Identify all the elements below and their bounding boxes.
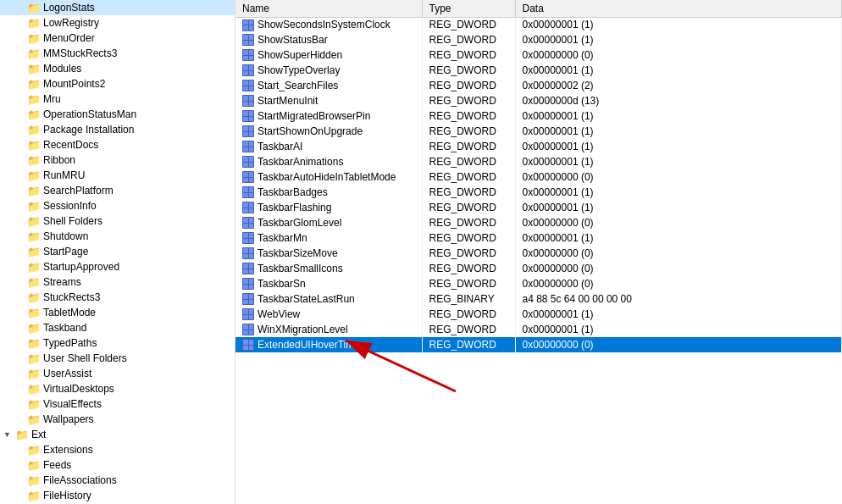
tree-item[interactable]: 📁Modules (0, 61, 235, 76)
tree-item-label: Streams (43, 276, 81, 288)
tree-item[interactable]: 📁Shell Folders (0, 213, 235, 229)
folder-icon: 📁 (27, 93, 41, 106)
registry-name: Start_SearchFiles (258, 80, 338, 91)
registry-value-icon (242, 217, 254, 229)
registry-type-cell: REG_DWORD (422, 139, 515, 154)
tree-item[interactable]: 📁Mru (0, 91, 235, 107)
registry-data-cell: 0x00000001 (1) (515, 17, 842, 32)
registry-data-cell: 0x00000001 (1) (515, 124, 842, 139)
tree-item[interactable]: 📁Taskband (0, 320, 235, 335)
registry-row[interactable]: ShowSecondsInSystemClockREG_DWORD0x00000… (235, 17, 842, 32)
registry-row[interactable]: WinXMigrationLevelREG_DWORD0x00000001 (1… (235, 322, 842, 337)
registry-row[interactable]: TaskbarSmallIconsREG_DWORD0x00000000 (0) (235, 261, 842, 276)
registry-row[interactable]: TaskbarBadgesREG_DWORD0x00000001 (1) (235, 185, 842, 200)
registry-row[interactable]: Start_SearchFilesREG_DWORD0x00000002 (2) (235, 78, 842, 93)
registry-row[interactable]: TaskbarSnREG_DWORD0x00000000 (0) (235, 276, 842, 291)
tree-item[interactable]: 📁LogonStats (0, 0, 235, 15)
tree-item[interactable]: 📁OperationStatusMan (0, 107, 235, 122)
registry-name-cell: ExtendedUIHoverTime (235, 337, 422, 352)
tree-item-label: Ribbon (43, 154, 75, 166)
tree-item[interactable]: 📁MountPoints2 (0, 76, 235, 91)
tree-item-label: Wallpapers (43, 413, 94, 425)
tree-item[interactable]: 📁StartPage (0, 244, 235, 259)
tree-item[interactable]: 📁Feeds (0, 457, 235, 473)
registry-value-icon (242, 232, 254, 244)
tree-item[interactable]: 📁Wallpapers (0, 412, 235, 427)
registry-value-icon (242, 171, 254, 183)
registry-row[interactable]: StartMenuInitREG_DWORD0x0000000d (13) (235, 93, 842, 108)
registry-row[interactable]: ShowStatusBarREG_DWORD0x00000001 (1) (235, 32, 842, 47)
tree-item[interactable]: 📁RunMRU (0, 168, 235, 183)
tree-item[interactable]: 📁Extensions (0, 442, 235, 457)
registry-name: TaskbarAI (258, 141, 302, 152)
tree-item[interactable]: 📁MenuOrder (0, 30, 235, 46)
registry-type-cell: REG_DWORD (422, 215, 515, 230)
registry-name-cell: TaskbarStateLastRun (235, 291, 422, 307)
tree-item[interactable]: 📁TypedPaths (0, 335, 235, 351)
folder-icon: 📁 (27, 337, 41, 350)
registry-type-cell: REG_DWORD (422, 246, 515, 261)
tree-item[interactable]: 📁SearchPlatform (0, 183, 235, 198)
registry-row[interactable]: TaskbarSizeMoveREG_DWORD0x00000000 (0) (235, 246, 842, 261)
tree-item[interactable]: 📁SessionInfo (0, 198, 235, 213)
registry-type-cell: REG_DWORD (422, 169, 515, 185)
tree-item[interactable]: 📁RecentDocs (0, 137, 235, 152)
registry-row[interactable]: WebViewREG_DWORD0x00000001 (1) (235, 307, 842, 322)
registry-name-cell: TaskbarAI (235, 139, 422, 154)
registry-value-icon (242, 141, 254, 152)
registry-row[interactable]: ExtendedUIHoverTimeREG_DWORD0x00000000 (… (235, 337, 842, 352)
registry-value-icon (242, 263, 254, 274)
tree-item[interactable]: 📁UserAssist (0, 366, 235, 381)
registry-data-cell: 0x00000002 (2) (515, 78, 842, 93)
tree-item[interactable]: 📁Streams (0, 274, 235, 290)
tree-item[interactable]: 📁User Shell Folders (0, 351, 235, 366)
folder-icon: 📁 (27, 108, 41, 121)
tree-item[interactable]: 📁LowRegistry (0, 15, 235, 30)
tree-item[interactable]: 📁StartupApproved (0, 259, 235, 274)
tree-item[interactable]: 📁FileAssociations (0, 473, 235, 488)
tree-scroll[interactable]: 📁LogonStats📁LowRegistry📁MenuOrder📁MMStuc… (0, 0, 235, 504)
registry-row[interactable]: ShowSuperHiddenREG_DWORD0x00000000 (0) (235, 47, 842, 63)
tree-item[interactable]: 📁Package Installation (0, 122, 235, 137)
registry-name-cell: StartMigratedBrowserPin (235, 108, 422, 124)
registry-row[interactable]: StartShownOnUpgradeREG_DWORD0x00000001 (… (235, 124, 842, 139)
tree-item[interactable]: 📁TabletMode (0, 305, 235, 320)
registry-row[interactable]: TaskbarAutoHideInTabletModeREG_DWORD0x00… (235, 169, 842, 185)
folder-icon: 📁 (27, 185, 41, 197)
registry-row[interactable]: TaskbarFlashingREG_DWORD0x00000001 (1) (235, 200, 842, 215)
registry-row[interactable]: ShowTypeOverlayREG_DWORD0x00000001 (1) (235, 63, 842, 78)
registry-scroll[interactable]: Name Type Data ShowSecondsInSystemClockR… (235, 0, 842, 504)
folder-icon: 📁 (27, 139, 41, 152)
tree-item[interactable]: 📁VirtualDesktops (0, 381, 235, 396)
registry-type-cell: REG_DWORD (422, 200, 515, 215)
tree-item[interactable]: 📁MMStuckRects3 (0, 46, 235, 61)
tree-item-label: Shell Folders (43, 215, 102, 227)
tree-item[interactable]: 📁Ribbon (0, 152, 235, 168)
tree-panel: 📁LogonStats📁LowRegistry📁MenuOrder📁MMStuc… (0, 0, 235, 504)
folder-icon: 📁 (27, 215, 41, 228)
tree-item-label: LogonStats (43, 2, 95, 14)
tree-item[interactable]: 📁Shutdown (0, 229, 235, 244)
registry-row[interactable]: TaskbarAnimationsREG_DWORD0x00000001 (1) (235, 154, 842, 169)
tree-item-label: LowRegistry (43, 17, 99, 29)
tree-item[interactable]: 📁VisualEffects (0, 396, 235, 412)
registry-row[interactable]: TaskbarAIREG_DWORD0x00000001 (1) (235, 139, 842, 154)
folder-icon: 📁 (27, 383, 41, 396)
registry-name-cell: StartMenuInit (235, 93, 422, 108)
registry-row[interactable]: StartMigratedBrowserPinREG_DWORD0x000000… (235, 108, 842, 124)
registry-row[interactable]: TaskbarMnREG_DWORD0x00000001 (1) (235, 230, 842, 246)
registry-row[interactable]: TaskbarGlomLevelREG_DWORD0x00000000 (0) (235, 215, 842, 230)
registry-name: ExtendedUIHoverTime (258, 339, 360, 351)
folder-icon: 📁 (27, 276, 41, 289)
registry-type-cell: REG_DWORD (422, 17, 515, 32)
folder-icon: 📁 (27, 459, 41, 472)
folder-icon: 📁 (27, 368, 41, 380)
tree-item[interactable]: ▼📁Ext (0, 427, 235, 442)
tree-item[interactable]: 📁FileHistory (0, 488, 235, 503)
folder-icon: 📁 (27, 32, 41, 45)
tree-item[interactable]: 📁StuckRects3 (0, 290, 235, 305)
registry-row[interactable]: TaskbarStateLastRunREG_BINARYa4 88 5c 64… (235, 291, 842, 307)
tree-item-label: Extensions (43, 444, 93, 456)
registry-value-icon (242, 110, 254, 122)
registry-data-cell: 0x00000000 (0) (515, 215, 842, 230)
